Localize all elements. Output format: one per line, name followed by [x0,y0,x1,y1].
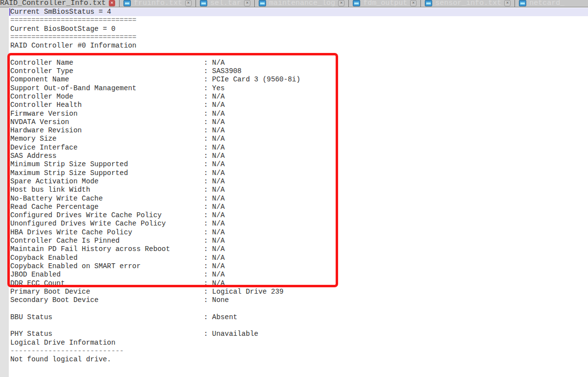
editor-line: Copyback Enabled : N/A [9,254,588,262]
tab-label: netcard_ [529,0,564,7]
document-icon [200,0,207,6]
editor-line: Current SmBiosStatus = 4 [9,8,588,16]
editor-line: RAID Controller #0 Information [9,42,588,50]
editor-line: Memory Size : N/A [9,135,588,143]
document-icon [425,0,432,6]
tab-bar-row: RAID_Controller_Info.txt✕fruinfo.txt✕sel… [0,0,588,7]
editor-line: Controller Mode : N/A [9,93,588,101]
document-icon [519,0,526,6]
tab-close-icon[interactable]: ✕ [244,0,250,6]
editor-line: JBOD Enabled : N/A [9,271,588,279]
editor-line: Maximum Strip Size Supported : N/A [9,169,588,177]
editor-line: Controller Health : N/A [9,101,588,109]
tab-fruinfo-txt[interactable]: fruinfo.txt✕ [119,0,196,7]
editor-line [9,322,588,330]
editor-line: Maintain PD Fail History across Reboot :… [9,245,588,253]
editor-line: Not found logical drive. [9,355,588,364]
tab-bar: RAID_Controller_Info.txt✕fruinfo.txt✕sel… [0,0,588,7]
tab-netcard[interactable]: netcard_ [514,0,588,7]
tab-label: fdm_output [363,0,407,7]
editor-line: BBU Status : Absent [9,313,588,322]
editor-line [9,50,588,58]
editor-line: ============================== [9,16,588,25]
editor-line: Support Out-of-Band Management : Yes [9,84,588,93]
text-caret [9,8,10,16]
document-icon [123,0,131,6]
editor-gutter-margin [0,7,9,377]
tab-close-icon[interactable]: ✕ [504,0,511,6]
text-content-area[interactable]: Current SmBiosStatus = 4================… [9,8,588,364]
editor-line: Spare Activation Mode : N/A [9,177,588,186]
tab-raid-controller-info-txt[interactable]: RAID_Controller_Info.txt✕ [0,0,119,7]
tab-maintenance-log[interactable]: maintenance_log✕ [254,0,348,7]
editor-line: Read Cache Percentage : N/A [9,203,588,211]
tab-sel-tar[interactable]: sel.tar✕ [196,0,254,7]
editor-line: NVDATA Version : N/A [9,118,588,126]
editor-line: Controller Cache Is Pinned : N/A [9,237,588,245]
editor-line: Controller Type : SAS3908 [9,67,588,75]
editor-line: Firmware Version : N/A [9,110,588,118]
document-icon [353,0,360,6]
editor-line: Secondary Boot Device : None [9,296,588,304]
editor-pane: Current SmBiosStatus = 4================… [0,7,588,377]
editor-line: Component Name : PCIe Card 3 (9560-8i) [9,75,588,84]
editor-line: Logical Drive Information [9,339,588,347]
editor-line: SAS Address : N/A [9,152,588,160]
editor-line: Host bus link Width : N/A [9,186,588,194]
tab-label: sensor_info.txt [435,0,501,7]
tab-close-icon[interactable]: ✕ [109,0,115,6]
tab-close-icon[interactable]: ✕ [185,0,192,6]
editor-line: Unonfigured Drives Write Cache Policy : … [9,220,588,228]
editor-line: Device Interface : N/A [9,144,588,152]
tab-label: maintenance_log [269,0,335,7]
editor-line: ============================== [9,33,588,42]
editor-line: Copyback Enabled on SMART error : N/A [9,262,588,271]
editor-line: Current BiosBootStage = 0 [9,25,588,33]
editor-line: DDR ECC Count : N/A [9,279,588,288]
editor-line: HBA Drives Write Cache Policy : N/A [9,228,588,237]
tab-label: sel.tar [210,0,241,7]
tab-fdm-output[interactable]: fdm_output✕ [348,0,420,7]
editor-line: PHY Status : Unavailable [9,330,588,338]
tab-sensor-info-txt[interactable]: sensor_info.txt✕ [420,0,514,7]
editor-line: No-Battery Write Cache : N/A [9,195,588,203]
editor-line: Minimum Strip Size Supported : N/A [9,160,588,169]
editor-line: Controller Name : N/A [9,59,588,67]
editor-line [9,304,588,313]
editor-line: --------------------------- [9,347,588,355]
tab-label: RAID_Controller_Info.txt [0,0,106,7]
tab-label: fruinfo.txt [134,0,182,7]
editor-line: Configured Drives Write Cache Policy : N… [9,211,588,220]
editor-line: Hardware Revision : N/A [9,126,588,135]
document-icon [259,0,266,6]
tab-close-icon[interactable]: ✕ [338,0,344,6]
tab-close-icon[interactable]: ✕ [410,0,416,6]
editor-line: Primary Boot Device : Logical Drive 239 [9,288,588,296]
